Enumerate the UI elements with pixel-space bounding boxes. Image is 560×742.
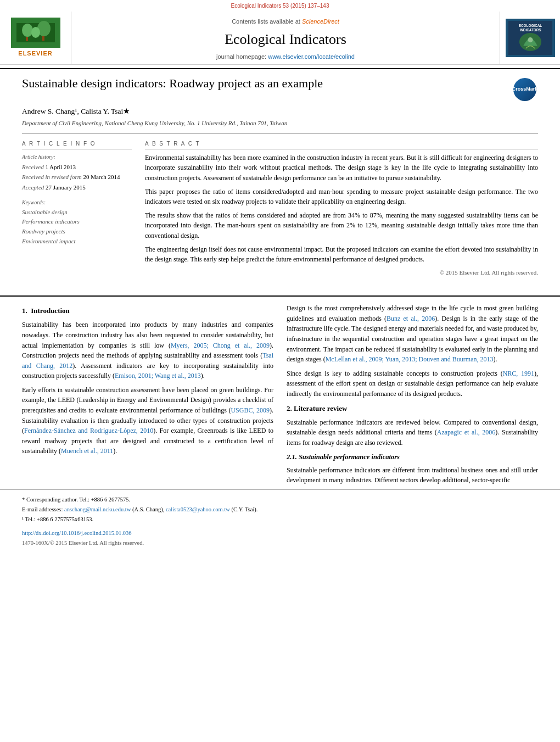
- email2-link[interactable]: calista0523@yahoo.com.tw: [166, 506, 230, 512]
- crossmark-icon: CrossMark: [513, 78, 536, 101]
- cite-tsai[interactable]: Tsai and Chang, 2012: [22, 352, 273, 370]
- header-top-bar: ELSEVIER Contents lists available at Sci…: [0, 12, 560, 65]
- crossmark-badge[interactable]: CrossMark: [513, 78, 538, 103]
- article-content: Sustainable design indicators: Roadway p…: [0, 69, 560, 289]
- cite-bunz[interactable]: Bunz et al., 2006: [387, 315, 435, 322]
- body-right-col: Design is the most comprehensively addre…: [287, 303, 538, 489]
- svg-text:INDICATORS: INDICATORS: [519, 28, 541, 32]
- history-label: Article history:: [22, 153, 132, 161]
- info-abstract-row: A R T I C L E I N F O Article history: R…: [22, 140, 538, 277]
- elsevier-tree-svg: [14, 20, 58, 45]
- elsevier-label: ELSEVIER: [18, 49, 52, 58]
- accepted-label: Accepted: [22, 184, 44, 191]
- contents-line: Contents lists available at ScienceDirec…: [232, 17, 339, 26]
- abstract-para-1: Environmental sustainability has been mo…: [145, 153, 538, 183]
- article-info-label: A R T I C L E I N F O: [22, 140, 132, 149]
- body-para-right-3: Sustainable performance indicators are r…: [287, 417, 538, 448]
- keyword-3: Roadway projects: [22, 227, 132, 237]
- footnote-star: * Corresponding author. Tel.: +886 6 267…: [22, 495, 538, 504]
- keywords-label: Keywords:: [22, 198, 132, 207]
- cite-usgbc[interactable]: USGBC, 2009: [231, 406, 270, 414]
- elsevier-logo-icon: [11, 18, 60, 48]
- abstract-para-3: The results show that the ratios of item…: [145, 210, 538, 241]
- abstract-col: A B S T R A C T Environmental sustainabi…: [145, 140, 538, 277]
- two-col-body: 1. Introduction Sustainability has been …: [0, 303, 560, 489]
- cite-muench[interactable]: Muench et al., 2011: [61, 447, 113, 455]
- svg-rect-5: [42, 36, 44, 41]
- body-para-right-1: Design is the most comprehensively addre…: [287, 303, 538, 365]
- main-divider: [0, 295, 560, 297]
- keywords-list: Sustainable design Performance indicator…: [22, 208, 132, 246]
- cite-azapagic[interactable]: Azapagic et al., 2006: [437, 428, 496, 436]
- svg-point-10: [528, 37, 533, 42]
- abstract-text: Environmental sustainability has been mo…: [145, 153, 538, 265]
- journal-header: ELSEVIER Contents lists available at Sci…: [0, 12, 560, 69]
- ref-text: Ecological Indicators 53 (2015) 137–143: [231, 3, 329, 9]
- eco-logo-image: ECOLOGICAL INDICATORS: [506, 19, 555, 57]
- abstract-para-2: This paper proposes the ratio of items c…: [145, 187, 538, 207]
- authors-line: Andrew S. Chang¹, Calista Y. Tsai★: [22, 106, 538, 117]
- page-wrapper: Ecological Indicators 53 (2015) 137–143 …: [0, 0, 560, 742]
- received1-date: 1 April 2013: [45, 164, 76, 170]
- keyword-1: Sustainable design: [22, 208, 132, 217]
- svg-point-1: [22, 24, 33, 37]
- article-info-col: A R T I C L E I N F O Article history: R…: [22, 140, 132, 277]
- journal-center: Contents lists available at ScienceDirec…: [71, 12, 500, 64]
- divider-1: [22, 133, 538, 134]
- cite-emison[interactable]: Emison, 2001; Wang et al., 2013: [115, 372, 201, 380]
- body-left-col: 1. Introduction Sustainability has been …: [22, 303, 273, 489]
- doi-line[interactable]: http://dx.doi.org/10.1016/j.ecolind.2015…: [0, 528, 560, 539]
- copyright-line: © 2015 Elsevier Ltd. All rights reserved…: [145, 268, 538, 277]
- email1-link[interactable]: anschang@mail.ncku.edu.tw: [64, 506, 131, 512]
- subsection21-heading: 2.1. Sustainable performance indicators: [287, 452, 538, 462]
- footnote-emails: E-mail addresses: anschang@mail.ncku.edu…: [22, 505, 538, 514]
- sciencedirect-link[interactable]: ScienceDirect: [302, 18, 339, 25]
- body-para-right-2: Since design is key to adding sustainabl…: [287, 369, 538, 399]
- received2-date: 20 March 2014: [83, 174, 120, 180]
- license-line: 1470-160X/© 2015 Elsevier Ltd. All right…: [0, 539, 560, 552]
- section1-heading: 1. Introduction: [22, 305, 273, 316]
- body-para-1: Sustainability has been incorporated int…: [22, 320, 273, 381]
- footnote-tel: ¹ Tel.: +886 6 2757575x63153.: [22, 515, 538, 524]
- svg-point-3: [31, 27, 40, 38]
- accepted-date: 27 January 2015: [46, 184, 86, 191]
- svg-rect-4: [26, 37, 28, 41]
- body-para-right-4: Sustainable performance indicators are d…: [287, 465, 538, 486]
- section2-heading: 2. Literature review: [287, 403, 538, 414]
- homepage-url[interactable]: www.elsevier.com/locate/ecolind: [268, 53, 355, 60]
- journal-logo-area: ECOLOGICAL INDICATORS: [500, 12, 560, 64]
- cite-myers[interactable]: Myers, 2005; Chong et al., 2009: [171, 342, 270, 349]
- received2-label: Received in revised form: [22, 174, 82, 180]
- cite-nrc[interactable]: NRC, 1991: [503, 370, 534, 377]
- svg-text:ECOLOGICAL: ECOLOGICAL: [518, 24, 542, 27]
- cite-fernandez[interactable]: Fernández-Sánchez and Rodríguez-López, 2…: [24, 427, 153, 434]
- title-section: Sustainable design indicators: Roadway p…: [22, 76, 538, 103]
- article-title: Sustainable design indicators: Roadway p…: [22, 76, 513, 92]
- cite-mclellan[interactable]: McLellan et al., 2009; Yuan, 2013; Douve…: [326, 355, 494, 363]
- affiliation-line: Department of Civil Engineering, Nationa…: [22, 119, 538, 128]
- keyword-4: Environmental impact: [22, 237, 132, 247]
- abstract-label: A B S T R A C T: [145, 140, 538, 149]
- footnotes-area: * Corresponding author. Tel.: +886 6 267…: [0, 489, 560, 528]
- body-para-2: Early efforts in sustainable constructio…: [22, 385, 273, 456]
- keyword-2: Performance indicators: [22, 217, 132, 227]
- abstract-para-4: The engineering design itself does not c…: [145, 244, 538, 265]
- received1-label: Received: [22, 164, 44, 170]
- homepage-line: journal homepage: www.elsevier.com/locat…: [216, 52, 355, 62]
- journal-title: Ecological Indicators: [225, 29, 346, 50]
- article-ref-line: Ecological Indicators 53 (2015) 137–143: [0, 0, 560, 12]
- elsevier-logo-area: ELSEVIER: [0, 12, 71, 64]
